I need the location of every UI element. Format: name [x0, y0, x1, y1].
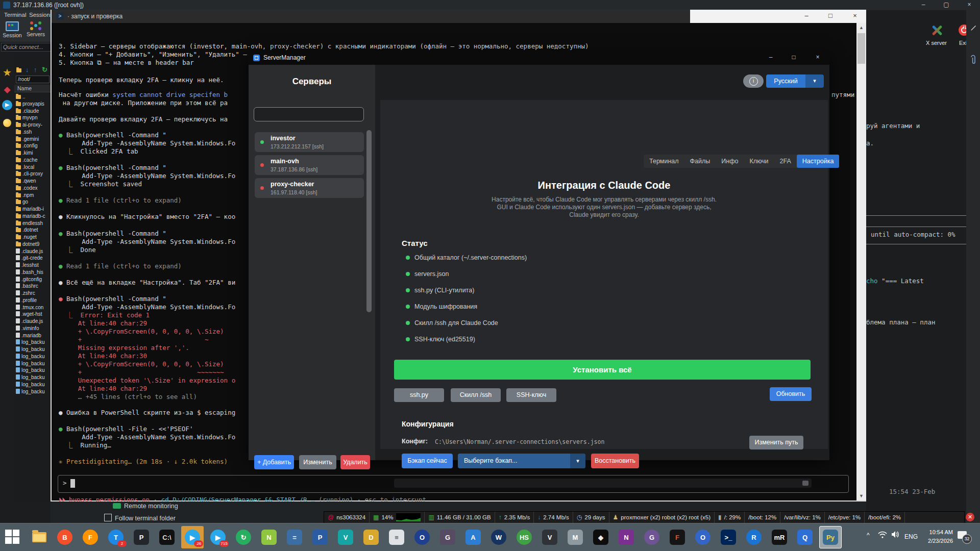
taskbar-mremoteng[interactable]: mR	[768, 526, 791, 548]
file-row[interactable]: .lesshst	[16, 262, 51, 268]
taskbar-cmd[interactable]: C:\	[156, 526, 178, 548]
taskbar-obs[interactable]: O	[411, 526, 433, 548]
file-row[interactable]: .gemini	[16, 136, 51, 142]
file-row[interactable]: go	[16, 198, 51, 205]
backup-select[interactable]: Выберите бэкап...▾	[458, 454, 585, 468]
taskbar-cube-app[interactable]: ◆	[590, 526, 612, 548]
taskbar-brave[interactable]: B	[54, 526, 76, 548]
file-row[interactable]: .bash_his	[16, 269, 51, 276]
file-row[interactable]: myvpn	[16, 114, 51, 121]
scroll-up-icon[interactable]: ▲	[856, 25, 866, 30]
taskbar-image-viewer[interactable]: V	[538, 526, 561, 548]
restore-button[interactable]: Восстановить	[591, 454, 639, 468]
file-row[interactable]: .bashrc	[16, 283, 51, 289]
file-row[interactable]: log_backu	[16, 381, 51, 388]
menu-terminal[interactable]: Terminal	[4, 12, 26, 18]
taskbar-python-console[interactable]: Py	[819, 526, 842, 548]
taskbar-remote-desktop[interactable]: R	[743, 526, 765, 548]
menu-sessions[interactable]: Sessions	[29, 12, 53, 18]
info-button[interactable]: i	[743, 74, 764, 88]
file-row[interactable]: .kimi	[16, 149, 51, 156]
tab-Ключи[interactable]: Ключи	[744, 155, 774, 168]
taskbar-sync[interactable]: ↻	[232, 526, 255, 548]
file-row[interactable]: .dotnet	[16, 227, 51, 233]
taskbar-github-desktop[interactable]: G	[641, 526, 663, 548]
server-card-main-ovh[interactable]: main-ovh37.187.136.86 [ssh]	[255, 155, 364, 175]
taskbar-gimp[interactable]: G	[436, 526, 459, 548]
file-row[interactable]: .codex	[16, 185, 51, 191]
file-row[interactable]: .npm	[16, 192, 51, 198]
server-card-proxy-checker[interactable]: proxy-checker161.97.118.40 [ssh]	[255, 178, 364, 198]
taskbar-firefox[interactable]: F	[79, 526, 102, 548]
file-row[interactable]: .claude.js	[16, 248, 51, 255]
taskbar-notepad-plus[interactable]: N	[258, 526, 280, 548]
file-row[interactable]: log_backu	[16, 367, 51, 373]
file-row[interactable]: .local	[16, 164, 51, 170]
taskbar-photo-app[interactable]: A	[462, 526, 484, 548]
language-selector[interactable]: Русский	[766, 74, 805, 88]
tab-2FA[interactable]: 2FA	[774, 155, 797, 168]
moba-close-button[interactable]: ×	[964, 1, 975, 8]
session-button[interactable]: Session	[1, 21, 23, 38]
file-row[interactable]: log_backu	[16, 346, 51, 353]
quick-connect-input[interactable]: Quick connect...	[1, 43, 53, 52]
backup-now-button[interactable]: Бэкап сейчас	[402, 454, 453, 468]
file-row[interactable]: log_backu	[16, 360, 51, 367]
start-button[interactable]	[5, 530, 20, 545]
server-search-input[interactable]	[254, 107, 364, 121]
speaker-icon[interactable]	[891, 531, 900, 538]
file-row[interactable]: proxyapis	[16, 101, 51, 107]
file-row[interactable]: .cache	[16, 157, 51, 163]
scroll-down-icon[interactable]: ▼	[856, 493, 866, 498]
change-path-button[interactable]: Изменить путь	[749, 436, 803, 449]
favorites-star-icon[interactable]: ★	[2, 66, 13, 79]
terminal-scrollbar[interactable]: ▲ ▼	[856, 23, 866, 500]
server-card-investor[interactable]: investor173.212.212.157 [ssh]	[255, 132, 364, 152]
console-scrollbar-thumb[interactable]	[802, 481, 808, 486]
terminal-maximize-button[interactable]: □	[824, 12, 837, 19]
taskbar-proxy-app[interactable]: P	[130, 526, 153, 548]
taskbar-n-app[interactable]: N	[615, 526, 638, 548]
file-row[interactable]: dotnet9	[16, 241, 51, 247]
notification-icon[interactable]: 32	[958, 531, 967, 539]
file-row[interactable]: .zshrc	[16, 290, 51, 296]
terminal-close-button[interactable]: ×	[848, 12, 862, 19]
statusbar-close-icon[interactable]: ✕	[966, 513, 974, 521]
file-row[interactable]: .mariadb	[16, 332, 51, 339]
taskbar-figma[interactable]: F	[666, 526, 689, 548]
edit-server-button[interactable]: Изменить	[299, 455, 336, 469]
file-row[interactable]: mariadb-i	[16, 206, 51, 212]
yellow-ball-icon[interactable]	[2, 119, 13, 129]
scrollbar-thumb[interactable]	[857, 33, 865, 64]
x-server-icon[interactable]	[930, 23, 944, 38]
file-row[interactable]: log_backu	[16, 374, 51, 381]
folder-up-icon[interactable]	[16, 66, 23, 73]
taskbar-powershell[interactable]: >_	[717, 526, 740, 548]
follow-terminal-folder-checkbox[interactable]: Follow terminal folder	[104, 514, 176, 522]
install-sshkey-button[interactable]: SSH-ключ	[506, 388, 556, 402]
file-row[interactable]: .nuget	[16, 234, 51, 240]
sm-close-button[interactable]: ×	[810, 54, 825, 61]
sm-minimize-button[interactable]: –	[763, 54, 778, 61]
tab-Инфо[interactable]: Инфо	[716, 155, 744, 168]
file-row[interactable]: .wget-hst	[16, 311, 51, 317]
taskbar-opera[interactable]: O	[692, 526, 714, 548]
moba-minimize-button[interactable]: –	[918, 1, 929, 8]
sm-maximize-button[interactable]: □	[786, 54, 801, 61]
file-row[interactable]: .qwen	[16, 178, 51, 184]
delete-server-button[interactable]: Удалить	[340, 455, 370, 469]
language-chevron-icon[interactable]: ▾	[805, 74, 824, 88]
file-row[interactable]: .viminfo	[16, 325, 51, 332]
taskbar-thunderbird[interactable]: T2	[105, 526, 127, 548]
tab-Файлы[interactable]: Файлы	[684, 155, 716, 168]
servers-button[interactable]: Servers	[24, 21, 47, 37]
file-row[interactable]: ai-proxy-	[16, 121, 51, 128]
path-input[interactable]: /root/	[16, 76, 50, 83]
file-row[interactable]: .ssh	[16, 129, 51, 135]
file-row[interactable]: endlessh	[16, 220, 51, 227]
file-row[interactable]: log_backu	[16, 388, 51, 395]
taskbar-quick-utmo[interactable]: Q	[794, 526, 816, 548]
tab-Настройка[interactable]: Настройка	[797, 155, 840, 168]
taskbar-owl-app[interactable]: W	[487, 526, 510, 548]
file-row[interactable]: .claude	[16, 108, 51, 114]
